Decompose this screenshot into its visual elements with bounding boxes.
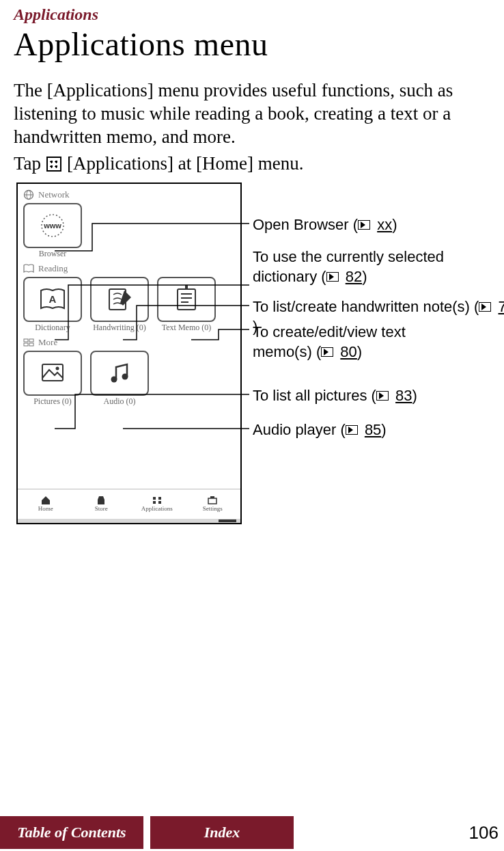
svg-rect-12 <box>24 339 28 342</box>
www-icon: www <box>37 210 68 241</box>
tile-dictionary-label: Dictionary <box>23 323 82 332</box>
svg-text:www: www <box>43 221 61 230</box>
device-section-more: More <box>23 337 235 348</box>
tile-textmemo-label: Text Memo (0) <box>157 323 216 332</box>
bottom-settings: Settings <box>185 489 241 517</box>
annotation-dictionary: To use the currently selected dictionary… <box>253 247 504 286</box>
tile-dictionary: A Dictionary <box>23 277 82 332</box>
annotation-close-paren: ) <box>412 387 417 404</box>
dictionary-icon: A <box>37 284 68 315</box>
svg-rect-13 <box>29 339 33 342</box>
annotation-pictures-text: To list all pictures ( <box>253 387 376 404</box>
device-section-reading-label: Reading <box>38 263 68 274</box>
svg-point-17 <box>56 367 59 370</box>
handwriting-icon <box>104 284 135 315</box>
intro-paragraph: The [Applications] menu provides useful … <box>14 79 490 148</box>
device-section-network-label: Network <box>38 189 70 200</box>
applications-grid-icon <box>46 157 61 172</box>
svg-point-18 <box>111 377 117 383</box>
tile-browser: www Browser <box>23 203 82 258</box>
page-ref-icon <box>376 391 389 401</box>
annotation-textmemo-text1: To create/edit/view text <box>253 323 406 340</box>
section-label: Applications <box>14 5 490 24</box>
annotation-browser-page-link[interactable]: xx <box>377 215 392 235</box>
annotation-textmemo: To create/edit/view text memo(s) ( 80) <box>253 323 485 362</box>
annotation-browser: Open Browser ( xx) <box>253 215 397 235</box>
tile-audio: Audio (0) <box>90 351 149 405</box>
tile-pictures-label: Pictures (0) <box>23 397 82 405</box>
bottom-home-label: Home <box>38 505 53 512</box>
page-ref-icon <box>358 220 370 230</box>
svg-point-19 <box>122 374 128 380</box>
annotation-textmemo-page-link[interactable]: 80 <box>340 342 356 362</box>
audio-icon <box>104 357 135 389</box>
more-icon <box>23 337 34 348</box>
pictures-icon <box>37 357 68 389</box>
annotation-handwriting-text: To list/create handwritten note(s) ( <box>253 298 479 315</box>
device-section-more-label: More <box>38 337 57 348</box>
page-ref-icon <box>321 347 333 357</box>
annotation-close-paren: ) <box>357 343 362 360</box>
bottom-applications-label: Applications <box>141 505 173 512</box>
svg-rect-24 <box>208 498 216 504</box>
index-button[interactable]: Index <box>150 816 294 849</box>
page-ref-icon <box>346 425 358 435</box>
tile-pictures: Pictures (0) <box>23 351 82 405</box>
intro-tap-line: Tap [Applications] at [Home] menu. <box>14 152 490 176</box>
annotation-browser-text: Open Browser ( <box>253 216 358 233</box>
device-screenshot: Network www Browser <box>16 183 242 524</box>
tile-audio-label: Audio (0) <box>90 397 149 405</box>
page-ref-icon <box>479 302 491 312</box>
intro-tap-suffix: [Applications] at [Home] menu. <box>67 152 303 176</box>
annotation-pictures-page-link[interactable]: 83 <box>395 386 412 406</box>
annotation-close-paren: ) <box>381 421 386 438</box>
svg-rect-25 <box>210 496 214 498</box>
tile-handwriting: Handwriting (0) <box>90 277 149 332</box>
tile-handwriting-label: Handwriting (0) <box>90 323 149 332</box>
svg-rect-22 <box>153 501 156 504</box>
device-section-network: Network <box>23 189 235 200</box>
bottom-home: Home <box>18 489 74 517</box>
book-open-icon <box>23 263 34 274</box>
svg-text:A: A <box>49 293 57 305</box>
annotation-audio: Audio player ( 85) <box>253 420 387 440</box>
bottom-store-label: Store <box>95 505 108 512</box>
svg-rect-20 <box>153 497 156 500</box>
annotation-close-paren: ) <box>362 268 367 285</box>
svg-rect-7 <box>178 289 195 310</box>
intro-tap-prefix: Tap <box>14 152 41 176</box>
device-section-reading: Reading <box>23 263 235 274</box>
svg-rect-15 <box>29 343 33 346</box>
annotation-audio-page-link[interactable]: 85 <box>365 420 381 440</box>
annotation-pictures: To list all pictures ( 83) <box>253 386 417 406</box>
page-number: 106 <box>469 822 499 843</box>
tile-textmemo: Text Memo (0) <box>157 277 216 332</box>
annotated-diagram: Network www Browser <box>14 183 490 524</box>
annotation-dictionary-page-link[interactable]: 82 <box>346 267 362 287</box>
page-title: Applications menu <box>14 25 490 63</box>
annotation-audio-text: Audio player ( <box>253 421 346 438</box>
bottom-applications: Applications <box>129 489 185 517</box>
annotation-close-paren: ) <box>392 216 397 233</box>
svg-rect-14 <box>24 343 28 346</box>
page-ref-icon <box>326 272 339 282</box>
annotation-textmemo-text2: memo(s) ( <box>253 343 321 360</box>
table-of-contents-button[interactable]: Table of Contents <box>0 816 143 849</box>
bottom-store: Store <box>74 489 130 517</box>
globe-icon <box>23 189 34 200</box>
text-memo-icon <box>171 284 202 315</box>
svg-rect-23 <box>158 501 161 504</box>
tile-browser-label: Browser <box>23 249 82 258</box>
bottom-settings-label: Settings <box>203 505 223 512</box>
svg-rect-21 <box>158 497 161 500</box>
annotation-handwriting-page-link[interactable]: 77 <box>499 297 505 317</box>
page-footer: Table of Contents Index 106 <box>0 814 504 851</box>
device-status-bar <box>18 519 240 523</box>
device-bottom-bar: Home Store Applications Settings <box>18 489 240 517</box>
